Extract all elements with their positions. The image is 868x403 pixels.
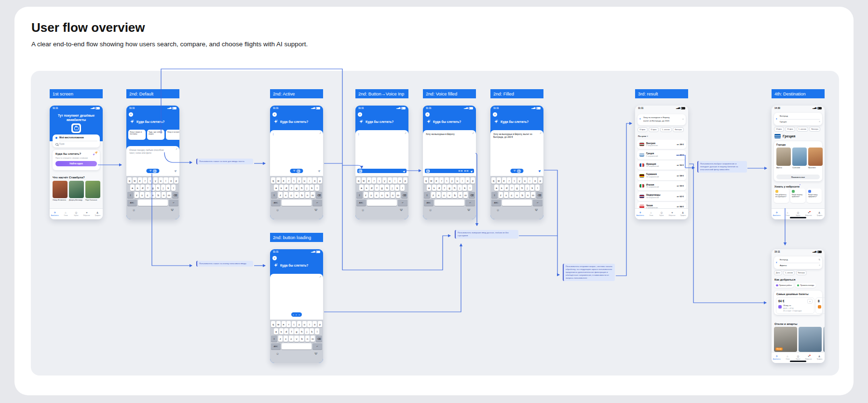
- key-p[interactable]: p: [403, 177, 407, 184]
- key-w[interactable]: w: [497, 177, 501, 184]
- key-w[interactable]: w: [276, 177, 281, 184]
- key-p[interactable]: p: [538, 177, 542, 184]
- key-c[interactable]: c: [289, 336, 294, 342]
- tab-1[interactable]: ⌂Отели: [646, 209, 656, 219]
- backspace-key[interactable]: ⌫: [536, 192, 542, 198]
- back-button[interactable]: ‹: [425, 112, 430, 117]
- key-b[interactable]: b: [385, 192, 390, 198]
- key-h[interactable]: h: [452, 185, 457, 191]
- key-i[interactable]: i: [460, 177, 464, 184]
- key-q[interactable]: q: [271, 177, 275, 184]
- key-w[interactable]: w: [429, 177, 434, 184]
- key-s[interactable]: s: [500, 185, 504, 191]
- key-u[interactable]: u: [159, 177, 163, 184]
- tab-4[interactable]: ♟Профиль: [814, 209, 825, 219]
- key-v[interactable]: v: [447, 192, 452, 198]
- key-m[interactable]: m: [396, 192, 401, 198]
- key-w[interactable]: w: [362, 177, 366, 184]
- key-u[interactable]: u: [388, 177, 392, 184]
- ai-question-card[interactable]: Какую карту оформить?: [807, 188, 822, 203]
- backspace-key[interactable]: ⌫: [401, 192, 407, 198]
- key-r[interactable]: r: [143, 177, 147, 184]
- key-m[interactable]: m: [531, 192, 536, 198]
- key-c[interactable]: c: [289, 192, 294, 198]
- key-f[interactable]: f: [442, 185, 447, 191]
- clear-icon[interactable]: ×: [819, 264, 820, 267]
- key-l[interactable]: l: [400, 185, 405, 191]
- key-n[interactable]: n: [458, 192, 463, 198]
- query-card[interactable]: ‹ Хочу на выходные в Европу, вылет из Бе…: [637, 114, 686, 125]
- abc-key[interactable]: ABC: [356, 200, 366, 206]
- city-card[interactable]: Афины: [776, 148, 791, 169]
- key-o[interactable]: o: [398, 177, 402, 184]
- route-from[interactable]: Белград: [780, 115, 788, 117]
- space-key[interactable]: [434, 200, 465, 206]
- key-m[interactable]: m: [167, 192, 172, 198]
- key-n[interactable]: n: [526, 192, 530, 198]
- key-u[interactable]: u: [523, 177, 527, 184]
- key-r[interactable]: r: [372, 177, 376, 184]
- key-z[interactable]: z: [278, 336, 283, 342]
- space-key[interactable]: [282, 343, 312, 349]
- dictation-key[interactable]: Ψ: [314, 352, 317, 355]
- key-w[interactable]: w: [133, 177, 137, 184]
- shift-key[interactable]: ⇧: [424, 192, 430, 198]
- key-h[interactable]: h: [299, 328, 304, 335]
- back-button[interactable]: ‹: [358, 112, 362, 117]
- key-b[interactable]: b: [520, 192, 525, 198]
- key-a[interactable]: a: [274, 185, 278, 191]
- key-d[interactable]: d: [284, 185, 288, 191]
- sort-selector[interactable]: По цене ▾: [638, 135, 648, 137]
- suggestion-chip[interactable]: Туда, где сейчас жарко: [147, 130, 164, 140]
- direct-flights-chip[interactable]: Прямые рейсы: [774, 283, 794, 288]
- route-card[interactable]: ‹ Белград ⇅ Афины ×: [774, 256, 822, 269]
- tab-1[interactable]: ⌂Отели: [60, 209, 71, 219]
- tab-0[interactable]: ✈Авиабилеты: [50, 209, 60, 219]
- route-to[interactable]: Афины: [780, 264, 787, 267]
- location-search-card[interactable]: Моё местоположение Куда: [53, 134, 100, 148]
- filter-chip-passengers[interactable]: 1, эконом: [797, 127, 808, 132]
- abc-key[interactable]: ABC: [271, 343, 281, 349]
- route-from[interactable]: Белград: [780, 258, 788, 261]
- shift-key[interactable]: ⇧: [356, 192, 363, 198]
- shift-key[interactable]: ⇧: [271, 192, 277, 198]
- key-a[interactable]: a: [494, 185, 499, 191]
- key-t[interactable]: t: [148, 177, 152, 184]
- filter-chip-dates[interactable]: Даты: [774, 270, 782, 275]
- key-g[interactable]: g: [294, 185, 298, 191]
- key-h[interactable]: h: [299, 185, 304, 191]
- key-b[interactable]: b: [452, 192, 457, 198]
- emoji-key[interactable]: ☺: [429, 208, 432, 212]
- key-z[interactable]: z: [135, 192, 139, 198]
- frame-label-4th-destination[interactable]: 4th: Destination: [772, 89, 825, 98]
- place-card[interactable]: Дворец Ыхламур: [69, 181, 84, 201]
- return-key[interactable]: ↵: [465, 200, 475, 206]
- key-s[interactable]: s: [279, 185, 284, 191]
- dictation-key[interactable]: Ψ: [467, 208, 470, 212]
- expand-icon[interactable]: ↗: [176, 148, 177, 150]
- key-z[interactable]: z: [278, 192, 283, 198]
- shift-key[interactable]: ⇧: [271, 336, 277, 342]
- key-m[interactable]: m: [463, 192, 468, 198]
- key-k[interactable]: k: [166, 185, 170, 191]
- key-p[interactable]: p: [174, 177, 178, 184]
- key-g[interactable]: g: [447, 185, 451, 191]
- key-i[interactable]: i: [528, 177, 532, 184]
- key-d[interactable]: d: [504, 185, 509, 191]
- key-q[interactable]: q: [271, 321, 275, 327]
- key-u[interactable]: u: [302, 321, 307, 327]
- key-d[interactable]: d: [437, 185, 441, 191]
- ticket-card[interactable]: 64 € ♥ 18 мар, пн 06:45 — 07:50 25 ч в п…: [776, 297, 814, 314]
- heart-button[interactable]: ♥: [807, 299, 813, 304]
- key-o[interactable]: o: [312, 177, 317, 184]
- ai-question-card[interactable]: Какую валюту привезти?: [790, 188, 805, 203]
- key-y[interactable]: y: [517, 177, 522, 184]
- country-row[interactable]: Германия10 направленийот 58 €: [637, 171, 686, 180]
- tab-0[interactable]: ✈Авиабилеты: [635, 209, 646, 219]
- key-d[interactable]: d: [284, 328, 288, 335]
- frame-label-2nd-active[interactable]: 2nd: Active: [270, 89, 323, 98]
- key-j[interactable]: j: [390, 185, 394, 191]
- frame-label-2nd-voice-filled[interactable]: 2nd: Voice filled: [423, 89, 476, 98]
- backspace-key[interactable]: ⌫: [316, 336, 322, 342]
- key-v[interactable]: v: [150, 192, 155, 198]
